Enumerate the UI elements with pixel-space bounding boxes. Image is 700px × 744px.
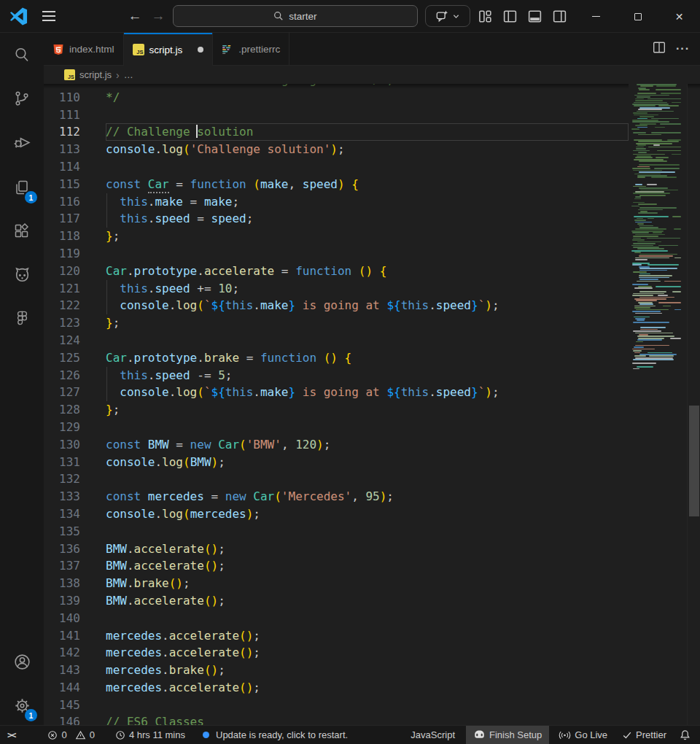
language-mode[interactable]: JavaScript	[405, 726, 460, 744]
scrollbar-thumb[interactable]	[689, 406, 699, 516]
code-line-136[interactable]: 136BMW.accelerate();	[44, 540, 629, 558]
line-number[interactable]: 141	[44, 627, 106, 645]
code-line-142[interactable]: 142mercedes.accelerate();	[44, 644, 629, 662]
line-number[interactable]: 123	[44, 314, 106, 332]
code-line-139[interactable]: 139BMW.accelerate();	[44, 592, 629, 610]
back-button[interactable]: ←	[125, 6, 144, 26]
search-view-icon[interactable]	[0, 37, 44, 72]
source-control-icon[interactable]	[0, 81, 44, 116]
code-line-135[interactable]: 135	[44, 523, 629, 540]
maximize-button[interactable]	[617, 0, 658, 33]
line-number[interactable]: 140	[44, 610, 106, 627]
code-line-119[interactable]: 119	[44, 245, 629, 263]
line-number[interactable]: 130	[44, 436, 106, 454]
copilot-setup-status[interactable]: Finish Setup	[466, 726, 549, 744]
code-line-130[interactable]: 130const BMW = new Car('BMW', 120);	[44, 436, 629, 454]
code-line-133[interactable]: 133const mercedes = new Car('Mercedes', …	[44, 488, 629, 505]
line-number[interactable]: 142	[44, 644, 106, 662]
toggle-primary-sidebar-icon[interactable]	[502, 9, 518, 24]
close-button[interactable]: ✕	[658, 0, 700, 33]
code-line-126[interactable]: 126 this.speed -= 5;	[44, 367, 629, 384]
line-number[interactable]: 129	[44, 419, 106, 436]
code-line-144[interactable]: 144mercedes.accelerate();	[44, 679, 629, 697]
code-line-118[interactable]: 118};	[44, 228, 629, 245]
problems-indicator[interactable]: 0 0	[42, 726, 99, 744]
code-line-140[interactable]: 140	[44, 610, 629, 627]
line-number[interactable]: 145	[44, 697, 106, 714]
code-line-123[interactable]: 123};	[44, 314, 629, 332]
line-number[interactable]: 136	[44, 540, 106, 558]
update-status[interactable]: Update is ready, click to restart.	[198, 726, 353, 744]
code-line-127[interactable]: 127 console.log(`${this.make} is going a…	[44, 384, 629, 401]
line-number[interactable]: 124	[44, 332, 106, 349]
code-line-122[interactable]: 122 console.log(`${this.make} is going a…	[44, 297, 629, 314]
line-number[interactable]: 110	[44, 89, 106, 106]
line-number[interactable]: 134	[44, 505, 106, 523]
command-center-search[interactable]: starter	[173, 5, 418, 27]
code-line-120[interactable]: 120Car.prototype.accelerate = function (…	[44, 263, 629, 280]
code-line-115[interactable]: 115const Car = function (make, speed) {	[44, 176, 629, 193]
modified-dot[interactable]	[198, 47, 203, 53]
line-number[interactable]: 144	[44, 679, 106, 697]
documents-view-icon[interactable]: 1	[0, 170, 44, 205]
code-line-132[interactable]: 132	[44, 470, 629, 488]
settings-gear-icon[interactable]: 1	[0, 688, 44, 723]
code-line-113[interactable]: 113console.log('Challenge solution');	[44, 141, 629, 158]
code-line-111[interactable]: 111	[44, 106, 629, 124]
line-number[interactable]: 143	[44, 662, 106, 679]
line-number[interactable]: 119	[44, 245, 106, 263]
forward-button[interactable]: →	[149, 6, 168, 26]
minimize-button[interactable]	[575, 0, 617, 33]
code-line-125[interactable]: 125Car.prototype.brake = function () {	[44, 349, 629, 367]
code-line-146[interactable]: 146// ES6 Classes	[44, 713, 629, 725]
line-number[interactable]: 113	[44, 141, 106, 158]
account-icon[interactable]	[0, 644, 44, 679]
code-editor[interactable]: 109BMW: Car 17 = 'Mercedes' going at 95k…	[44, 84, 629, 725]
code-line-131[interactable]: 131console.log(BMW);	[44, 454, 629, 471]
figma-icon[interactable]	[0, 300, 44, 335]
line-number[interactable]: 127	[44, 384, 106, 401]
code-line-137[interactable]: 137BMW.accelerate();	[44, 557, 629, 575]
line-number[interactable]: 133	[44, 488, 106, 505]
line-number[interactable]: 109	[44, 84, 106, 89]
tab-script-js[interactable]: JS script.js	[124, 33, 214, 66]
line-number[interactable]: 121	[44, 280, 106, 298]
run-debug-icon[interactable]	[0, 125, 44, 160]
minimap[interactable]	[629, 84, 687, 725]
line-number[interactable]: 146	[44, 713, 106, 725]
line-number[interactable]: 132	[44, 470, 106, 488]
line-number[interactable]: 125	[44, 349, 106, 367]
code-line-116[interactable]: 116 this.make = make;	[44, 193, 629, 211]
go-live-status[interactable]: Go Live	[553, 726, 612, 744]
line-number[interactable]: 128	[44, 401, 106, 419]
copilot-chat-button[interactable]	[425, 5, 470, 27]
code-line-109[interactable]: 109BMW: Car 17 = 'Mercedes' going at 95k…	[44, 84, 629, 89]
code-line-121[interactable]: 121 this.speed += 10;	[44, 280, 629, 298]
split-editor-icon[interactable]	[653, 41, 666, 57]
line-number[interactable]: 131	[44, 454, 106, 471]
code-line-128[interactable]: 128};	[44, 401, 629, 419]
code-line-110[interactable]: 110*/	[44, 89, 629, 106]
line-number[interactable]: 137	[44, 557, 106, 575]
line-number[interactable]: 118	[44, 228, 106, 245]
breadcrumb-file[interactable]: script.js	[79, 69, 112, 80]
code-line-112[interactable]: 112// Challenge solution	[44, 123, 629, 141]
code-line-138[interactable]: 138BMW.brake();	[44, 575, 629, 592]
line-number[interactable]: 117	[44, 210, 106, 228]
extensions-icon[interactable]	[0, 214, 44, 249]
line-number[interactable]: 114	[44, 158, 106, 176]
code-line-143[interactable]: 143mercedes.brake();	[44, 662, 629, 679]
line-number[interactable]: 116	[44, 193, 106, 211]
menu-icon[interactable]	[42, 11, 55, 21]
line-number[interactable]: 115	[44, 176, 106, 193]
prettier-status[interactable]: Prettier	[617, 726, 672, 744]
code-line-124[interactable]: 124	[44, 332, 629, 349]
tab-index-html[interactable]: index.html	[44, 33, 124, 66]
cat-pets-icon[interactable]	[0, 257, 44, 292]
timer-status[interactable]: 4 hrs 11 mins	[110, 726, 190, 744]
code-line-114[interactable]: 114	[44, 158, 629, 176]
line-number[interactable]: 120	[44, 263, 106, 280]
tab-prettierrc[interactable]: .prettierrc	[213, 33, 289, 66]
line-number[interactable]: 135	[44, 523, 106, 540]
toggle-panel-icon[interactable]	[527, 9, 542, 24]
